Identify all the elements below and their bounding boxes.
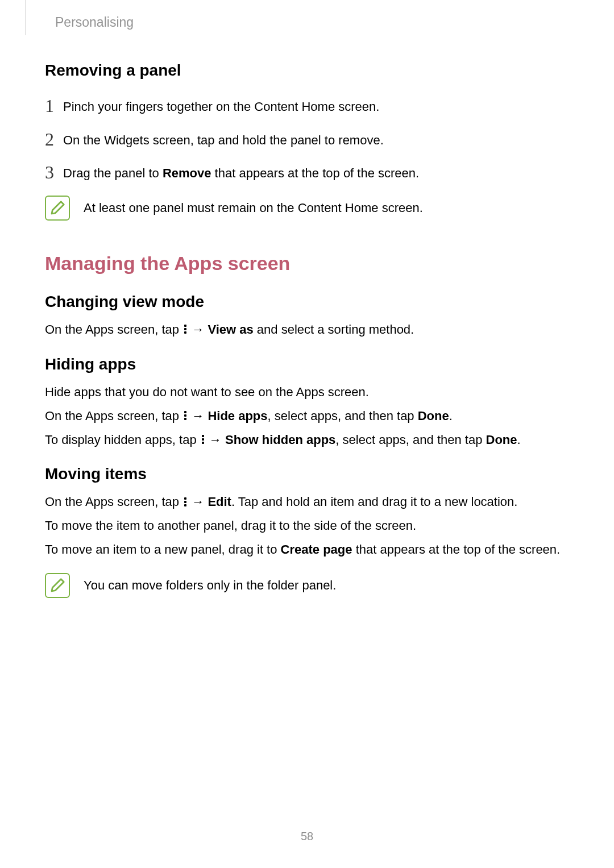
text: Drag the panel to bbox=[63, 166, 163, 180]
paragraph: On the Apps screen, tap → View as and se… bbox=[45, 319, 568, 340]
bold-text: Remove bbox=[163, 166, 211, 180]
text: , select apps, and then tap bbox=[268, 409, 418, 423]
more-options-icon bbox=[183, 411, 188, 420]
more-options-icon bbox=[183, 497, 188, 506]
text: . bbox=[517, 433, 521, 447]
note-text: You can move folders only in the folder … bbox=[84, 577, 568, 594]
step-number: 3 bbox=[45, 163, 63, 181]
subsection: Changing view mode On the Apps screen, t… bbox=[45, 293, 568, 340]
heading-moving-items: Moving items bbox=[45, 465, 568, 483]
text: . Tap and hold an item and drag it to a … bbox=[231, 495, 518, 509]
step-text: Drag the panel to Remove that appears at… bbox=[63, 165, 568, 182]
text: . bbox=[449, 409, 453, 423]
step-number: 1 bbox=[45, 97, 63, 115]
text: → bbox=[188, 495, 208, 509]
text: that appears at the top of the screen. bbox=[352, 542, 561, 556]
bold-text: Edit bbox=[208, 495, 231, 509]
note-icon bbox=[45, 573, 70, 598]
more-options-icon bbox=[183, 325, 188, 334]
step-row: 3 Drag the panel to Remove that appears … bbox=[45, 162, 568, 182]
subsection: Hiding apps Hide apps that you do not wa… bbox=[45, 355, 568, 450]
bold-text: Hide apps bbox=[208, 409, 267, 423]
heading-managing-apps-screen: Managing the Apps screen bbox=[45, 252, 568, 275]
text: → bbox=[188, 322, 208, 337]
step-row: 1 Pinch your fingers together on the Con… bbox=[45, 95, 568, 115]
more-options-icon bbox=[201, 435, 205, 444]
bold-text: View as bbox=[208, 322, 253, 337]
paragraph: To move the item to another panel, drag … bbox=[45, 515, 568, 537]
paragraph: To move an item to a new panel, drag it … bbox=[45, 539, 568, 560]
heading-changing-view-mode: Changing view mode bbox=[45, 293, 568, 311]
text: → bbox=[206, 433, 225, 447]
paragraph: To display hidden apps, tap → Show hidde… bbox=[45, 429, 568, 451]
step-text: Pinch your fingers together on the Conte… bbox=[63, 98, 568, 115]
note-text: At least one panel must remain on the Co… bbox=[84, 200, 568, 217]
text: and select a sorting method. bbox=[254, 322, 414, 337]
text: To move an item to a new panel, drag it … bbox=[45, 542, 281, 556]
text: → bbox=[188, 409, 208, 423]
note-icon bbox=[45, 196, 70, 221]
heading-removing-panel: Removing a panel bbox=[45, 61, 568, 80]
text: , select apps, and then tap bbox=[335, 433, 486, 447]
text: To display hidden apps, tap bbox=[45, 433, 200, 447]
bold-text: Show hidden apps bbox=[225, 433, 335, 447]
text: On the Apps screen, tap bbox=[45, 495, 182, 509]
bold-text: Done bbox=[486, 433, 517, 447]
text: that appears at the top of the screen. bbox=[211, 166, 420, 180]
text: On the Apps screen, tap bbox=[45, 322, 182, 337]
bold-text: Create page bbox=[281, 542, 352, 556]
step-number: 2 bbox=[45, 130, 63, 148]
step-text: On the Widgets screen, tap and hold the … bbox=[63, 132, 568, 149]
heading-hiding-apps: Hiding apps bbox=[45, 355, 568, 373]
breadcrumb: Personalising bbox=[55, 15, 134, 30]
main-content: Removing a panel 1 Pinch your fingers to… bbox=[45, 61, 568, 613]
breadcrumb-divider bbox=[26, 0, 26, 35]
subsection: Moving items On the Apps screen, tap → E… bbox=[45, 465, 568, 597]
paragraph: Hide apps that you do not want to see on… bbox=[45, 381, 568, 403]
page-number: 58 bbox=[0, 830, 614, 843]
paragraph: On the Apps screen, tap → Hide apps, sel… bbox=[45, 405, 568, 427]
note-row: You can move folders only in the folder … bbox=[45, 573, 568, 598]
text: On the Apps screen, tap bbox=[45, 409, 182, 423]
bold-text: Done bbox=[418, 409, 449, 423]
note-row: At least one panel must remain on the Co… bbox=[45, 196, 568, 221]
step-row: 2 On the Widgets screen, tap and hold th… bbox=[45, 129, 568, 149]
paragraph: On the Apps screen, tap → Edit. Tap and … bbox=[45, 491, 568, 513]
